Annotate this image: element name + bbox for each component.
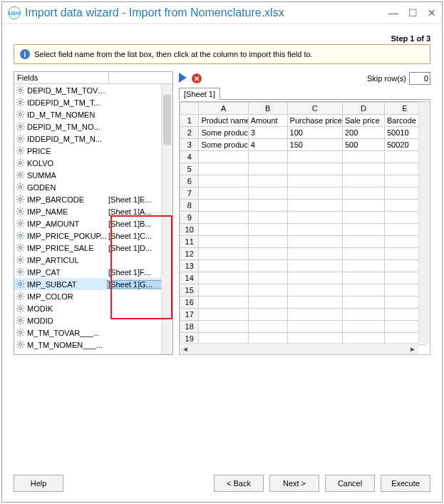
cell[interactable] <box>342 200 384 212</box>
cell[interactable]: 150 <box>287 139 342 151</box>
row-header[interactable]: 9 <box>180 212 199 224</box>
cell[interactable] <box>199 187 248 200</box>
field-row[interactable]: M_TM_TOVAR___... <box>14 326 172 339</box>
row-header[interactable]: 13 <box>180 260 199 272</box>
cell[interactable] <box>287 284 342 297</box>
cell[interactable] <box>248 163 287 175</box>
field-row[interactable]: SUMMA <box>14 169 172 181</box>
col-header[interactable]: D <box>342 103 384 115</box>
cell[interactable]: Sale price <box>342 115 384 127</box>
cell[interactable]: 100 <box>287 127 342 139</box>
cell[interactable] <box>287 200 342 212</box>
cell[interactable] <box>342 248 384 260</box>
cell[interactable] <box>199 321 248 333</box>
cell[interactable] <box>342 175 384 187</box>
cell[interactable] <box>199 272 248 284</box>
row-header[interactable]: 1 <box>180 115 199 127</box>
spreadsheet-grid[interactable]: ABCDE1Product nameAmountPurchase priceSa… <box>179 101 430 355</box>
row-header[interactable]: 6 <box>180 175 199 187</box>
cell[interactable] <box>199 248 248 260</box>
field-row[interactable]: IMP_PRICE_POKUP...[Sheet 1]C... <box>14 230 172 242</box>
cell[interactable] <box>248 212 287 224</box>
cell[interactable]: 200 <box>342 127 384 139</box>
row-header[interactable]: 14 <box>180 272 199 284</box>
skip-rows-input[interactable] <box>409 72 430 85</box>
cell[interactable] <box>342 309 384 321</box>
col-header[interactable]: C <box>287 103 342 115</box>
cell[interactable] <box>342 212 384 224</box>
row-header[interactable]: 4 <box>180 151 199 163</box>
delete-icon[interactable]: ✕ <box>192 73 202 83</box>
cancel-button[interactable]: Cancel <box>325 475 375 492</box>
field-row[interactable]: IDDEPID_M_TM_T... <box>14 96 172 108</box>
next-button[interactable]: Next > <box>269 475 319 492</box>
cell[interactable]: 4 <box>248 139 287 151</box>
cell[interactable] <box>199 175 248 187</box>
field-row[interactable]: M_TM_NOMEN___... <box>14 339 172 351</box>
row-header[interactable]: 11 <box>180 236 199 248</box>
cell[interactable] <box>248 321 287 333</box>
field-row[interactable]: MODID <box>14 314 172 326</box>
cell[interactable] <box>287 212 342 224</box>
field-row[interactable]: ID_M_TM_NOMEN <box>14 108 172 120</box>
cell[interactable] <box>287 297 342 309</box>
cell[interactable] <box>342 236 384 248</box>
field-row[interactable]: DEPID_M_TM_TOVAR <box>14 84 172 96</box>
cell[interactable] <box>199 163 248 175</box>
row-header[interactable]: 3 <box>180 139 199 151</box>
cell[interactable] <box>248 236 287 248</box>
row-header[interactable]: 7 <box>180 187 199 200</box>
cell[interactable] <box>287 236 342 248</box>
cell[interactable] <box>248 187 287 200</box>
scroll-right-icon[interactable]: ► <box>407 345 418 353</box>
field-row[interactable]: IMP_NAME[Sheet 1]A... <box>14 205 172 217</box>
cell[interactable]: 3 <box>248 127 287 139</box>
cell[interactable] <box>199 236 248 248</box>
cell[interactable]: Amount <box>248 115 287 127</box>
cell[interactable]: Product name <box>199 115 248 127</box>
cell[interactable] <box>342 187 384 200</box>
cell[interactable] <box>287 260 342 272</box>
fields-list[interactable]: DEPID_M_TM_TOVARIDDEPID_M_TM_T...ID_M_TM… <box>14 84 172 354</box>
field-row[interactable]: PRICE <box>14 145 172 157</box>
row-header[interactable]: 15 <box>180 284 199 297</box>
field-row[interactable]: DEPID_M_TM_NO... <box>14 120 172 133</box>
field-row[interactable]: IMP_COLOR <box>14 290 172 302</box>
cell[interactable] <box>199 260 248 272</box>
maximize-button[interactable]: ☐ <box>408 8 418 18</box>
cell[interactable] <box>248 151 287 163</box>
cell[interactable] <box>287 175 342 187</box>
cell[interactable] <box>199 212 248 224</box>
cell[interactable] <box>248 248 287 260</box>
field-row[interactable]: IMP_PRICE_SALE[Sheet 1]D... <box>14 242 172 254</box>
cell[interactable] <box>248 175 287 187</box>
minimize-button[interactable]: — <box>388 8 398 18</box>
row-header[interactable]: 8 <box>180 200 199 212</box>
grid-hscrollbar[interactable]: ◄ ► <box>180 343 418 354</box>
field-row[interactable]: GODEN <box>14 181 172 193</box>
sheet-tab[interactable]: [Sheet 1] <box>179 88 220 100</box>
cell[interactable] <box>287 248 342 260</box>
field-row[interactable]: IMP_CAT[Sheet 1]F... <box>14 266 172 278</box>
cell[interactable] <box>287 309 342 321</box>
cell[interactable] <box>199 200 248 212</box>
cell[interactable] <box>199 151 248 163</box>
cell[interactable] <box>248 309 287 321</box>
execute-button[interactable]: Execute <box>381 475 430 492</box>
help-button[interactable]: Help <box>14 475 63 492</box>
row-header[interactable]: 12 <box>180 248 199 260</box>
cell[interactable] <box>199 284 248 297</box>
cell[interactable] <box>342 224 384 236</box>
cell[interactable] <box>287 224 342 236</box>
cell[interactable] <box>287 321 342 333</box>
row-header[interactable]: 17 <box>180 309 199 321</box>
field-row[interactable]: IDDEPID_M_TM_N... <box>14 133 172 145</box>
cell[interactable]: Purchase price <box>287 115 342 127</box>
cell[interactable] <box>248 297 287 309</box>
cell[interactable] <box>199 309 248 321</box>
cell[interactable] <box>342 163 384 175</box>
cell[interactable] <box>199 224 248 236</box>
field-row[interactable]: KOLVO <box>14 157 172 169</box>
cell[interactable] <box>342 151 384 163</box>
play-icon[interactable] <box>179 73 187 84</box>
